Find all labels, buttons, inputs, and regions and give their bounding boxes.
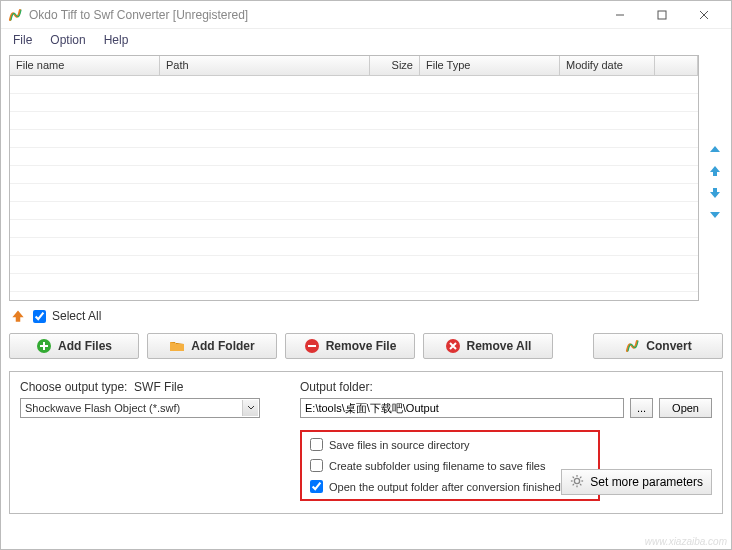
maximize-button[interactable] <box>641 2 683 28</box>
reorder-buttons <box>707 141 725 223</box>
open-after-checkbox[interactable] <box>310 480 323 493</box>
output-folder-group: Output folder: ... Open Save files in so… <box>300 380 712 501</box>
window-buttons <box>599 2 725 28</box>
output-type-short: SWF File <box>134 380 183 394</box>
file-list[interactable]: File name Path Size File Type Modify dat… <box>9 55 699 301</box>
remove-all-button[interactable]: Remove All <box>423 333 553 359</box>
select-all-row: Select All <box>9 307 723 325</box>
move-top-button[interactable] <box>707 141 725 157</box>
up-folder-icon[interactable] <box>9 307 27 325</box>
title-bar: Okdo Tiff to Swf Converter [Unregistered… <box>1 1 731 29</box>
browse-button[interactable]: ... <box>630 398 653 418</box>
select-all-label: Select All <box>52 309 101 323</box>
choose-output-label: Choose output type: <box>20 380 127 394</box>
output-folder-label: Output folder: <box>300 380 712 394</box>
menu-help[interactable]: Help <box>96 31 137 49</box>
menu-bar: File Option Help <box>1 29 731 51</box>
open-after-option[interactable]: Open the output folder after conversion … <box>310 480 590 493</box>
move-up-button[interactable] <box>707 163 725 179</box>
col-filetype[interactable]: File Type <box>420 56 560 75</box>
menu-option[interactable]: Option <box>42 31 93 49</box>
set-more-parameters-button[interactable]: Set more parameters <box>561 469 712 495</box>
col-spacer <box>655 56 698 75</box>
gear-icon <box>570 474 584 491</box>
select-all-input[interactable] <box>33 310 46 323</box>
window-title: Okdo Tiff to Swf Converter [Unregistered… <box>29 8 599 22</box>
app-icon <box>7 7 23 23</box>
chevron-down-icon <box>242 400 258 416</box>
content-area: File name Path Size File Type Modify dat… <box>1 51 731 549</box>
add-files-button[interactable]: Add Files <box>9 333 139 359</box>
output-type-group: Choose output type: SWF File Shockwave F… <box>20 380 290 501</box>
col-size[interactable]: Size <box>370 56 420 75</box>
remove-file-button[interactable]: Remove File <box>285 333 415 359</box>
minimize-button[interactable] <box>599 2 641 28</box>
save-source-option[interactable]: Save files in source directory <box>310 438 590 451</box>
options-highlight-frame: Save files in source directory Create su… <box>300 430 600 501</box>
file-list-body[interactable] <box>10 76 698 300</box>
file-list-header: File name Path Size File Type Modify dat… <box>10 56 698 76</box>
svg-line-13 <box>573 476 574 477</box>
svg-line-16 <box>580 476 581 477</box>
svg-point-8 <box>575 478 580 483</box>
open-folder-button[interactable]: Open <box>659 398 712 418</box>
main-toolbar: Add Files Add Folder Remove File Remove … <box>9 333 723 359</box>
move-down-button[interactable] <box>707 185 725 201</box>
output-type-dropdown[interactable]: Shockwave Flash Object (*.swf) <box>20 398 260 418</box>
svg-rect-1 <box>658 11 666 19</box>
create-subfolder-checkbox[interactable] <box>310 459 323 472</box>
close-button[interactable] <box>683 2 725 28</box>
add-folder-button[interactable]: Add Folder <box>147 333 277 359</box>
output-type-value: Shockwave Flash Object (*.swf) <box>25 402 180 414</box>
svg-rect-6 <box>308 345 316 347</box>
move-bottom-button[interactable] <box>707 207 725 223</box>
svg-line-15 <box>573 484 574 485</box>
save-source-checkbox[interactable] <box>310 438 323 451</box>
svg-line-14 <box>580 484 581 485</box>
create-subfolder-option[interactable]: Create subfolder using filename to save … <box>310 459 590 472</box>
col-modify[interactable]: Modify date <box>560 56 655 75</box>
menu-file[interactable]: File <box>5 31 40 49</box>
col-path[interactable]: Path <box>160 56 370 75</box>
col-filename[interactable]: File name <box>10 56 160 75</box>
app-window: Okdo Tiff to Swf Converter [Unregistered… <box>0 0 732 550</box>
convert-button[interactable]: Convert <box>593 333 723 359</box>
select-all-checkbox[interactable]: Select All <box>33 309 101 323</box>
output-folder-input[interactable] <box>300 398 624 418</box>
output-panel: Choose output type: SWF File Shockwave F… <box>9 371 723 514</box>
